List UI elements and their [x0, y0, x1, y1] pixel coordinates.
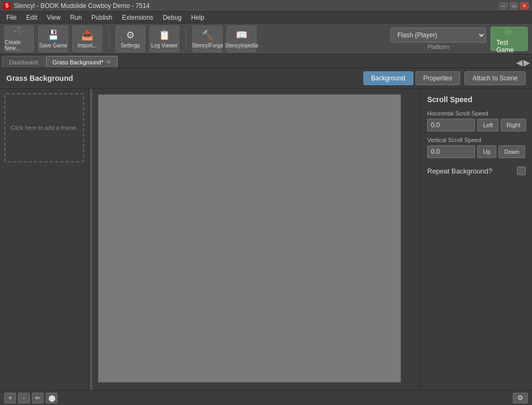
gear-button[interactable]: ⚙: [513, 393, 528, 403]
restore-button[interactable]: ▭: [510, 2, 518, 10]
save-game-label: Save Game: [39, 43, 68, 48]
import-icon: 📥: [81, 29, 93, 41]
menu-extensions[interactable]: Extensions: [118, 13, 157, 22]
tab-prev-icon[interactable]: ◀: [516, 57, 522, 68]
menu-help[interactable]: Help: [187, 13, 209, 22]
settings-label: Settings: [121, 43, 140, 48]
background-canvas: [98, 94, 401, 383]
tab-nav[interactable]: ◀ ▶: [516, 57, 530, 68]
attach-to-scene-button[interactable]: Attach to Scene: [464, 71, 526, 85]
forge-icon: 🔨: [202, 29, 213, 41]
pedia-icon: 📖: [236, 29, 247, 41]
right-panel: Scroll Speed Horizontal Scroll Speed Lef…: [420, 89, 532, 405]
toolbar-separator-2: [186, 28, 186, 49]
platform-select[interactable]: Flash (Player) Flash (Web) iOS Android: [390, 28, 486, 43]
toolbar-separator-1: [109, 28, 109, 49]
window-controls[interactable]: ─ ▭ ✕: [499, 2, 529, 10]
log-viewer-button[interactable]: 📋 Log Viewer: [149, 26, 179, 52]
edit-button[interactable]: ✏: [32, 393, 44, 403]
tab-dashboard[interactable]: Dashboard: [2, 56, 45, 68]
vertical-scroll-row: Up Down: [427, 145, 526, 158]
title-bar: S Stencyl - BOOK Mudslide Cowboy Demo - …: [0, 0, 532, 12]
background-tab-button[interactable]: Background: [363, 71, 413, 85]
bottom-bar: + - ✏ ⬤ ⚙: [0, 390, 532, 405]
window-title: Stencyl - BOOK Mudslide Cowboy Demo - 75…: [14, 2, 149, 10]
menu-file[interactable]: File: [2, 13, 21, 22]
app-icon: S: [3, 2, 11, 10]
settings-button[interactable]: ⚙ Settings: [115, 26, 145, 52]
repeat-background-row: Repeat Background?: [427, 167, 526, 175]
save-game-button[interactable]: 💾 Save Game: [38, 26, 68, 52]
logviewer-icon: 📋: [159, 29, 170, 41]
create-new-button[interactable]: ➕ Create New...: [4, 26, 34, 52]
up-button[interactable]: Up: [477, 145, 496, 158]
left-button[interactable]: Left: [477, 119, 498, 131]
properties-tab-button[interactable]: Properties: [415, 71, 461, 85]
stencylopedia-button[interactable]: 📖 Stencylopedia: [227, 26, 256, 52]
create-icon: ➕: [13, 26, 25, 38]
log-viewer-label: Log Viewer: [151, 43, 178, 48]
page-title: Grass Background: [6, 74, 73, 82]
view-toggle: Background Properties: [363, 71, 461, 85]
vertical-scroll-label: Vertical Scroll Speed: [427, 137, 526, 143]
horizontal-scroll-input[interactable]: [427, 119, 475, 131]
down-button[interactable]: Down: [498, 145, 525, 158]
create-new-label: Create New...: [5, 39, 34, 51]
tab-next-icon[interactable]: ▶: [523, 57, 530, 68]
stencylforge-button[interactable]: 🔨 StencylForge: [193, 26, 222, 52]
repeat-background-label: Repeat Background?: [427, 167, 492, 175]
tab-close-icon[interactable]: ✕: [106, 59, 111, 65]
test-game-button[interactable]: ▶ Test Game: [491, 27, 528, 51]
import-label: Import...: [78, 43, 97, 48]
platform-label: Platform: [428, 44, 450, 50]
test-game-label: Test Game: [496, 39, 522, 54]
right-button[interactable]: Right: [501, 119, 526, 131]
menu-edit[interactable]: Edit: [22, 13, 41, 22]
menu-view[interactable]: View: [43, 13, 65, 22]
scroll-speed-title: Scroll Speed: [427, 95, 526, 104]
stencylopedia-label: Stencylopedia: [225, 43, 259, 48]
frames-panel: Click here to add a frame.: [0, 89, 89, 405]
add-button[interactable]: +: [4, 393, 16, 403]
minimize-button[interactable]: ─: [499, 2, 508, 10]
menu-run[interactable]: Run: [66, 13, 86, 22]
main-area: Click here to add a frame. Scroll Speed …: [0, 89, 532, 405]
record-button[interactable]: ⬤: [46, 393, 57, 403]
tab-grass-background-label: Grass Background*: [53, 59, 103, 65]
repeat-background-checkbox[interactable]: [517, 167, 526, 175]
vertical-scroll-input[interactable]: [427, 145, 475, 158]
page-header: Grass Background Background Properties A…: [0, 68, 532, 89]
toolbar-right: Flash (Player) Flash (Web) iOS Android P…: [390, 27, 528, 51]
close-button[interactable]: ✕: [520, 2, 529, 10]
remove-button[interactable]: -: [18, 393, 30, 403]
stencylforge-label: StencylForge: [192, 43, 223, 48]
tab-dashboard-label: Dashboard: [9, 59, 38, 65]
menu-debug[interactable]: Debug: [159, 13, 186, 22]
horizontal-scroll-row: Left Right: [427, 119, 526, 131]
toolbar: ➕ Create New... 💾 Save Game 📥 Import... …: [0, 23, 532, 54]
horizontal-scroll-label: Horizontal Scroll Speed: [427, 110, 526, 117]
canvas-area: [93, 89, 420, 405]
menu-publish[interactable]: Publish: [87, 13, 117, 22]
add-frame-placeholder[interactable]: Click here to add a frame.: [4, 93, 84, 162]
bottom-right: ⚙: [513, 393, 528, 403]
settings-icon: ⚙: [126, 29, 135, 41]
test-game-icon: ▶: [505, 24, 514, 38]
menu-bar: File Edit View Run Publish Extensions De…: [0, 12, 532, 23]
import-button[interactable]: 📥 Import...: [72, 26, 102, 52]
save-icon: 💾: [47, 29, 59, 41]
tab-grass-background[interactable]: Grass Background* ✕: [46, 56, 118, 68]
tab-bar: Dashboard Grass Background* ✕ ◀ ▶: [0, 54, 532, 68]
